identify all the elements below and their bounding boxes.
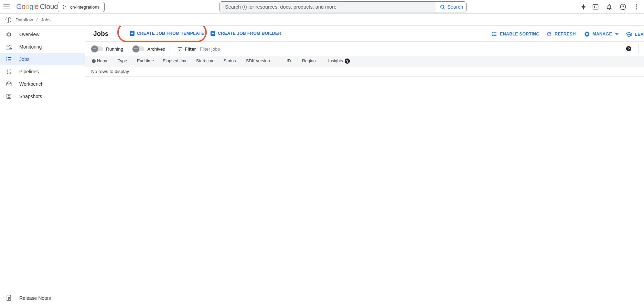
empty-table-message: No rows to display — [85, 66, 644, 77]
divider — [128, 44, 128, 53]
more-options-icon[interactable] — [632, 3, 641, 11]
enable-sorting-button[interactable]: ENABLE SORTING — [491, 31, 539, 37]
project-icon — [62, 4, 67, 10]
sidebar-item-monitoring[interactable]: Monitoring — [0, 41, 85, 53]
search-input[interactable] — [225, 4, 436, 10]
snapshots-icon — [6, 93, 12, 100]
dataflow-sidebar: Overview Monitoring Jobs — [0, 26, 85, 305]
filter-bar: Running Archived Filter ? — [85, 42, 644, 56]
col-name: Name — [97, 56, 108, 66]
hamburger-menu-icon[interactable] — [3, 4, 10, 9]
sidebar-item-snapshots[interactable]: Snapshots — [0, 90, 85, 103]
create-job-from-builder-button[interactable]: CREATE JOB FROM BUILDER — [211, 31, 281, 36]
col-type: Type — [118, 56, 127, 66]
running-toggle-label: Running — [106, 46, 123, 52]
page-header: Jobs CREATE JOB FROM TEMPLATE CREATE JOB… — [85, 26, 644, 42]
workbench-icon — [6, 81, 12, 87]
page-title: Jobs — [93, 30, 108, 38]
breadcrumb-jobs[interactable]: Jobs — [41, 17, 50, 22]
project-picker[interactable]: ch-integrations — [58, 2, 105, 12]
help-icon[interactable]: ? — [619, 3, 627, 11]
notifications-bell-icon[interactable] — [605, 3, 613, 11]
sort-list-icon — [491, 31, 497, 37]
filter-button[interactable]: Filter — [177, 46, 196, 52]
global-search-bar: Search — [219, 1, 467, 12]
sidebar-item-overview[interactable]: Overview — [0, 28, 85, 41]
divider — [170, 44, 170, 53]
filter-jobs-input[interactable] — [200, 46, 289, 52]
monitoring-icon — [6, 43, 12, 50]
breadcrumb: Dataflow / Jobs — [0, 14, 644, 26]
col-elapsed-time: Elapsed time — [163, 56, 187, 66]
col-end-time: End time — [137, 56, 154, 66]
insights-help-icon[interactable]: ? — [345, 59, 350, 64]
running-toggle[interactable] — [92, 46, 103, 51]
manage-button[interactable]: MANAGE — [584, 31, 619, 37]
learn-school-icon — [625, 31, 632, 38]
project-name: ch-integrations — [70, 4, 99, 10]
top-app-bar: GoogleCloud ch-integrations Search — [0, 0, 644, 14]
sidebar-item-workbench[interactable]: Workbench — [0, 78, 85, 90]
learn-button[interactable]: LEARN — [625, 31, 644, 38]
refresh-button[interactable]: REFRESH — [546, 31, 576, 37]
sidebar-item-pipelines[interactable]: Pipelines — [0, 65, 85, 78]
filter-help-icon[interactable]: ? — [626, 46, 631, 51]
google-cloud-logo: GoogleCloud — [16, 2, 58, 11]
pipelines-icon — [6, 68, 12, 75]
sidebar-item-jobs[interactable]: Jobs — [0, 53, 85, 65]
search-button[interactable]: Search — [436, 2, 466, 12]
overview-icon — [6, 31, 12, 38]
gemini-sparkle-icon[interactable] — [579, 3, 588, 11]
breadcrumb-separator: / — [36, 17, 38, 22]
search-icon — [440, 4, 446, 10]
jobs-table-header: Name Type End time Elapsed time Start ti… — [85, 56, 644, 66]
dataflow-product-icon — [5, 16, 12, 23]
status-dot-column-icon — [92, 59, 96, 63]
filter-funnel-icon — [177, 46, 183, 52]
plus-box-icon — [130, 31, 135, 36]
create-job-from-template-button[interactable]: CREATE JOB FROM TEMPLATE — [130, 31, 204, 36]
col-start-time: Start time — [196, 56, 215, 66]
archived-toggle-label: Archived — [147, 46, 165, 52]
divider — [638, 44, 638, 54]
jobs-page: Jobs CREATE JOB FROM TEMPLATE CREATE JOB… — [85, 26, 644, 305]
refresh-icon — [546, 31, 552, 37]
breadcrumb-dataflow[interactable]: Dataflow — [15, 17, 33, 22]
col-region: Region — [302, 56, 316, 66]
col-status: Status — [224, 56, 236, 66]
col-sdk-version: SDK version — [246, 56, 270, 66]
col-insights: Insights — [328, 56, 343, 66]
archived-toggle[interactable] — [133, 46, 144, 51]
release-notes-icon — [6, 295, 12, 302]
plus-box-icon — [211, 31, 215, 36]
cloud-shell-terminal-icon[interactable] — [591, 3, 600, 11]
svg-text:?: ? — [622, 5, 624, 9]
chevron-down-icon — [615, 33, 619, 35]
col-id: ID — [287, 56, 291, 66]
sidebar-item-release-notes[interactable]: Release Notes — [0, 291, 85, 305]
gear-icon — [584, 31, 590, 37]
jobs-list-icon — [6, 56, 12, 63]
